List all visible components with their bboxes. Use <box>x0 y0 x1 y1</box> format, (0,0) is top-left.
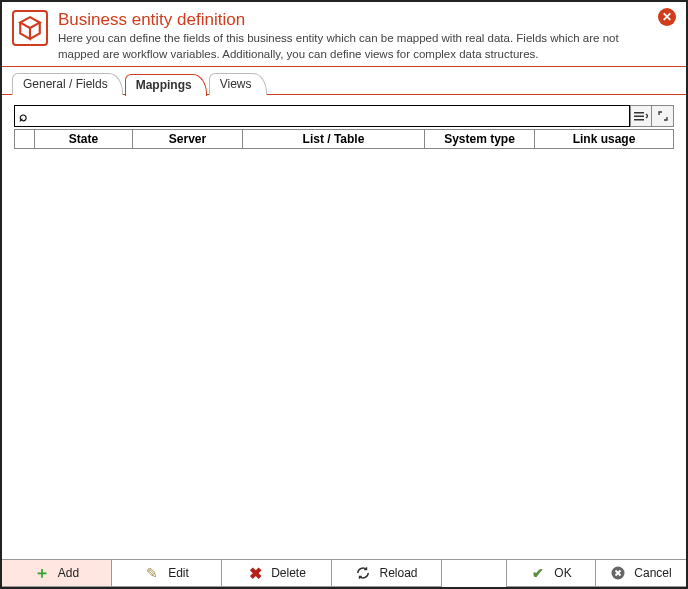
column-header-state[interactable]: State <box>35 130 133 148</box>
table-body <box>14 149 674 549</box>
columns-picker-icon[interactable] <box>630 105 652 127</box>
delete-button[interactable]: ✖ Delete <box>222 560 332 587</box>
dialog-title: Business entity definition <box>58 10 652 30</box>
tab-mappings[interactable]: Mappings <box>125 74 207 96</box>
expand-icon[interactable] <box>652 105 674 127</box>
cube-icon <box>12 10 48 46</box>
check-icon: ✔ <box>530 565 546 581</box>
search-row: ⌕ <box>14 105 674 127</box>
search-input[interactable] <box>31 109 625 123</box>
cancel-button[interactable]: Cancel <box>596 560 686 587</box>
button-bar-spacer <box>442 560 506 587</box>
checkbox-column-header[interactable] <box>15 130 35 148</box>
table-header: State Server List / Table System type Li… <box>14 129 674 149</box>
svg-rect-2 <box>634 119 644 121</box>
button-label: Reload <box>379 566 417 580</box>
column-header-list-table[interactable]: List / Table <box>243 130 425 148</box>
close-icon[interactable]: ✕ <box>658 8 676 26</box>
pencil-icon: ✎ <box>144 565 160 581</box>
tab-views[interactable]: Views <box>209 73 267 95</box>
button-label: OK <box>554 566 571 580</box>
button-bar: ＋ Add ✎ Edit ✖ Delete Reload ✔ OK Cancel <box>2 559 686 587</box>
cancel-icon <box>610 566 626 580</box>
dialog-header: Business entity definition Here you can … <box>2 2 686 67</box>
tab-strip: General / Fields Mappings Views <box>2 67 686 95</box>
tab-label: General / Fields <box>23 77 108 91</box>
tab-label: Views <box>220 77 252 91</box>
tab-general-fields[interactable]: General / Fields <box>12 73 123 95</box>
tab-label: Mappings <box>136 78 192 92</box>
reload-button[interactable]: Reload <box>332 560 442 587</box>
column-header-server[interactable]: Server <box>133 130 243 148</box>
button-label: Delete <box>271 566 306 580</box>
button-label: Cancel <box>634 566 671 580</box>
edit-button[interactable]: ✎ Edit <box>112 560 222 587</box>
plus-icon: ＋ <box>34 563 50 584</box>
x-icon: ✖ <box>247 564 263 583</box>
button-label: Edit <box>168 566 189 580</box>
button-label: Add <box>58 566 79 580</box>
column-header-link-usage[interactable]: Link usage <box>535 130 673 148</box>
search-icon: ⌕ <box>19 108 27 124</box>
add-button[interactable]: ＋ Add <box>2 560 112 587</box>
column-header-system-type[interactable]: System type <box>425 130 535 148</box>
ok-button[interactable]: ✔ OK <box>506 560 596 587</box>
search-box[interactable]: ⌕ <box>14 105 630 127</box>
dialog-subtitle: Here you can define the fields of this b… <box>58 31 652 62</box>
svg-rect-0 <box>634 112 644 114</box>
tab-content: ⌕ State Server List / Table System type … <box>2 95 686 559</box>
svg-rect-1 <box>634 116 644 118</box>
reload-icon <box>355 566 371 580</box>
